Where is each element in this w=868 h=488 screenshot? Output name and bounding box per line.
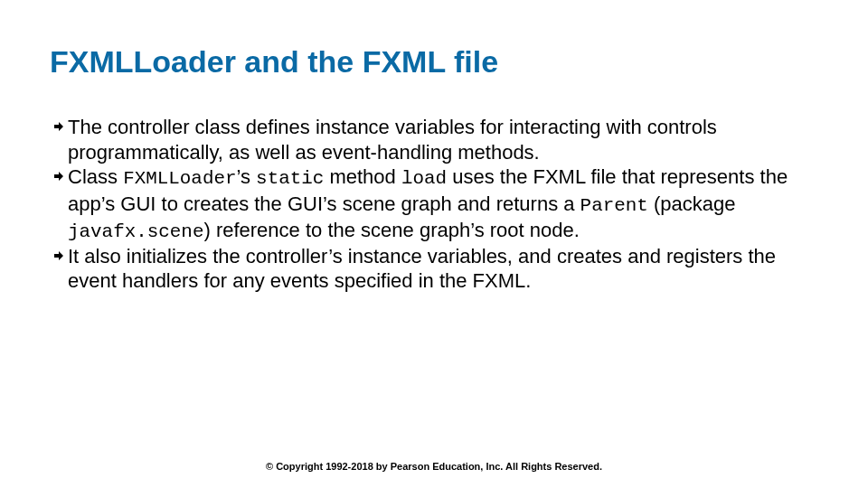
bullet-text: It also initializes the controller’s ins…: [68, 244, 818, 294]
bullet-arrow-icon: [50, 172, 68, 181]
bullet-arrow-icon: [50, 122, 68, 131]
bullet-text: Class FXMLLoader’s static method load us…: [68, 164, 818, 243]
slide: FXMLLoader and the FXML file The control…: [0, 0, 868, 488]
bullet-item: It also initializes the controller’s ins…: [50, 244, 818, 294]
bullet-item: Class FXMLLoader’s static method load us…: [50, 164, 818, 243]
bullet-arrow-icon: [50, 251, 68, 260]
slide-content: The controller class defines instance va…: [50, 115, 818, 293]
bullet-text: The controller class defines instance va…: [68, 115, 818, 164]
copyright-footer: © Copyright 1992-2018 by Pearson Educati…: [0, 461, 868, 472]
slide-title: FXMLLoader and the FXML file: [50, 45, 818, 79]
bullet-item: The controller class defines instance va…: [50, 115, 818, 164]
